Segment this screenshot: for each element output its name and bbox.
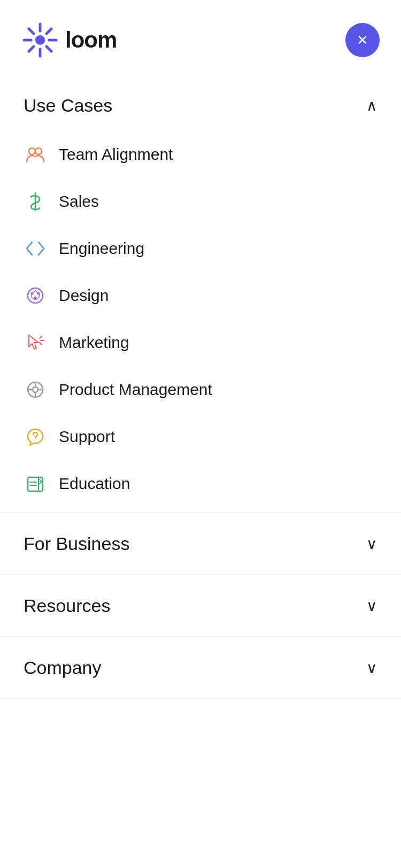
- design-icon: [24, 284, 47, 307]
- svg-line-7: [29, 46, 34, 51]
- menu-item-sales[interactable]: Sales: [24, 178, 377, 225]
- menu-item-support[interactable]: Support: [24, 413, 377, 460]
- resources-chevron-icon: ∨: [366, 597, 377, 615]
- product-management-icon: [24, 378, 47, 401]
- divider-4: [0, 699, 401, 699]
- svg-line-6: [47, 29, 51, 34]
- use-cases-section: Use Cases ∧ Team Alignment Sale: [0, 75, 401, 513]
- svg-rect-26: [28, 477, 43, 491]
- use-cases-menu: Team Alignment Sales Engineering: [0, 131, 401, 507]
- support-label: Support: [59, 428, 115, 446]
- menu-item-education[interactable]: Education: [24, 460, 377, 507]
- header: loom ✕: [0, 0, 401, 75]
- sales-label: Sales: [59, 192, 99, 211]
- menu-item-marketing[interactable]: Marketing: [24, 319, 377, 366]
- design-label: Design: [59, 286, 109, 305]
- resources-title: Resources: [24, 595, 111, 616]
- chevron-up-icon: ∧: [366, 97, 377, 114]
- education-icon: [24, 472, 47, 495]
- menu-item-team-alignment[interactable]: Team Alignment: [24, 131, 377, 178]
- company-section[interactable]: Company ∨: [0, 637, 401, 699]
- team-alignment-icon: [24, 143, 47, 166]
- marketing-label: Marketing: [59, 334, 129, 352]
- marketing-icon: [24, 331, 47, 354]
- menu-item-engineering[interactable]: Engineering: [24, 225, 377, 272]
- for-business-title: For Business: [24, 533, 129, 554]
- close-icon: ✕: [357, 32, 368, 49]
- for-business-chevron-icon: ∨: [366, 535, 377, 553]
- engineering-label: Engineering: [59, 239, 144, 258]
- team-alignment-label: Team Alignment: [59, 145, 173, 164]
- svg-point-15: [34, 297, 37, 299]
- svg-line-16: [40, 336, 42, 338]
- education-label: Education: [59, 475, 130, 493]
- resources-section[interactable]: Resources ∨: [0, 575, 401, 637]
- use-cases-title: Use Cases: [24, 95, 112, 116]
- company-title: Company: [24, 657, 102, 678]
- svg-point-10: [35, 148, 42, 154]
- support-icon: [24, 425, 47, 448]
- menu-item-product-management[interactable]: Product Management: [24, 366, 377, 413]
- svg-point-9: [29, 148, 35, 154]
- logo: loom: [21, 21, 117, 59]
- use-cases-header[interactable]: Use Cases ∧: [0, 80, 401, 131]
- company-chevron-icon: ∨: [366, 659, 377, 677]
- product-management-label: Product Management: [59, 381, 212, 399]
- svg-line-4: [29, 29, 34, 34]
- loom-logo-icon: [21, 21, 59, 59]
- svg-point-8: [35, 35, 45, 45]
- logo-text: loom: [65, 27, 117, 53]
- svg-line-18: [40, 343, 42, 345]
- close-button[interactable]: ✕: [345, 23, 380, 57]
- svg-line-5: [47, 46, 51, 51]
- menu-item-design[interactable]: Design: [24, 272, 377, 319]
- sales-icon: [24, 190, 47, 213]
- svg-point-20: [33, 387, 38, 392]
- for-business-section[interactable]: For Business ∨: [0, 513, 401, 575]
- engineering-icon: [24, 237, 47, 260]
